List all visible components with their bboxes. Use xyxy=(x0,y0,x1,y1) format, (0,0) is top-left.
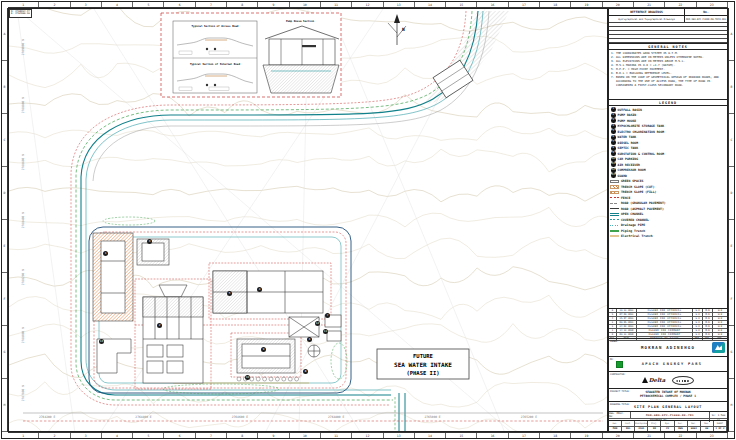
drawing-title-block: DRAWING TITLE: SITE PLAN GENERAL LAYOUT xyxy=(609,401,727,411)
project-title-block: PROJECT TITLE: SEAWATER INTAKE OF MOKRAN… xyxy=(609,388,727,401)
svg-text:FUTURE: FUTURE xyxy=(413,353,433,359)
ruler-cell: 17 xyxy=(509,2,540,7)
document-number-block: DWG. PROJ. NO: MAD-GBA-EPC-P1000-DE-781 … xyxy=(609,411,727,420)
scale-value: SC: 1:500 xyxy=(710,412,727,418)
code-header-cell: Sys. xyxy=(661,421,674,426)
ruler-cell: 4 xyxy=(102,433,133,438)
ruler-cell: 12 xyxy=(352,2,383,7)
ruler-cell: F xyxy=(2,273,7,326)
ruler-cell: 16 xyxy=(477,433,508,438)
northing-label: 2768400 N xyxy=(21,212,29,228)
ruler-cell: 21 xyxy=(634,2,665,7)
svg-text:SEA WATER INTAKE: SEA WATER INTAKE xyxy=(394,361,452,368)
revision-table: 6 13.11.2021 ISSUED FOR APPROVAL S.A M.R… xyxy=(609,308,727,338)
code-header-cell: Ser. xyxy=(688,421,701,426)
delta-logo: Delta xyxy=(642,377,665,383)
ruler-cell: 1 xyxy=(8,2,39,7)
ruler-bottom: 1234567891011121314151617181920212223 xyxy=(8,432,728,438)
document-code-cells: Own.Cont.DisciplineProj.Sys.Doc.Ser.Rev.… xyxy=(609,420,727,431)
site-plan-canvas: Typical Section of Access Road Typical S… xyxy=(9,9,608,432)
legend-swatch-icon xyxy=(610,213,619,216)
ruler-cell: E xyxy=(2,220,7,273)
reference-drawings-table: REFERENCE DRAWINGS No. Hydrographical an… xyxy=(609,9,727,43)
reference-number: MAD-GBA-EPC-P1000-DE-TOPO-001 xyxy=(685,16,727,22)
air-receiver xyxy=(327,331,341,341)
plan-number-tag: 13 xyxy=(99,339,104,344)
code-header-cell: Proj. xyxy=(648,421,661,426)
legend-number-icon: 11 xyxy=(611,162,616,167)
ruler-cell: 11 xyxy=(321,2,352,7)
owner-logo xyxy=(712,342,725,353)
legend-number-icon: 8 xyxy=(611,146,616,151)
legend-swatch-icon xyxy=(610,203,619,204)
detail-inset: Typical Section of Access Road Typical S… xyxy=(161,13,341,97)
legend-number-icon: 12 xyxy=(611,168,616,173)
code-value-cell: 00 xyxy=(701,427,714,432)
coordinate-callout: N: 2768204.47 E: 2764966.16 xyxy=(9,9,32,18)
svg-text:N: N xyxy=(402,27,405,32)
document-number: MAD-GBA-EPC-P1000-DE-781 xyxy=(631,412,710,418)
reference-row: Hydrographical and Topographical Drawing… xyxy=(609,16,727,23)
ruler-cell: G xyxy=(729,326,734,379)
reference-no-header: No. xyxy=(685,9,727,15)
plan-number-tag: 4 xyxy=(257,287,262,292)
plan-number-tag: 10 xyxy=(245,375,250,380)
code-header-cell: Doc. xyxy=(675,421,688,426)
legend-number-icon: 3 xyxy=(611,118,616,123)
plan-number-tag: 12 xyxy=(315,321,320,326)
ruler-cell: A xyxy=(2,8,7,61)
ruler-cell: 18 xyxy=(540,2,571,7)
code-header-cell: Cont. xyxy=(622,421,635,426)
delta-triangle-icon xyxy=(642,377,648,383)
code-value-cell: 1 OF 2 xyxy=(714,427,727,432)
legend-title: LEGEND xyxy=(609,99,727,106)
code-header-cell: Discipline xyxy=(635,421,648,426)
ruler-cell: C xyxy=(729,114,734,167)
legend-number-icon: 10 xyxy=(611,157,616,162)
legend-swatch-icon xyxy=(610,225,619,226)
ruler-cell: E xyxy=(729,220,734,273)
legend-list: 1 OUTFALL BASIN 2 PUMP BASIN 3 PUMP HOUS… xyxy=(609,106,727,239)
contractor-oval-logo xyxy=(672,376,694,385)
ruler-cell: D xyxy=(2,167,7,220)
code-header-cell: Rev. xyxy=(701,421,714,426)
ruler-cell: 12 xyxy=(352,433,383,438)
northing-grid-labels: 2769000 N2768800 N2768600 N2768400 N2768… xyxy=(21,39,29,401)
ruler-cell: 13 xyxy=(384,433,415,438)
ruler-cell: 6 xyxy=(164,2,195,7)
slope-hatch xyxy=(423,11,509,105)
ruler-cell: 5 xyxy=(133,2,164,7)
ruler-cell: B xyxy=(2,61,7,114)
ruler-cell: 7 xyxy=(196,2,227,7)
ruler-cell: 8 xyxy=(227,2,258,7)
ruler-right: ABCDEFGH xyxy=(728,8,734,432)
mc-logo xyxy=(615,360,624,369)
north-arrow-icon: N xyxy=(388,14,406,45)
ruler-cell: 10 xyxy=(290,2,321,7)
legend-number-icon: 9 xyxy=(611,151,616,156)
plan-number-tag: 3 xyxy=(147,239,152,244)
ruler-cell: D xyxy=(729,167,734,220)
owner-name: MOKRAN ADINEHGO xyxy=(641,345,695,350)
ruler-cell: 19 xyxy=(571,433,602,438)
legend-number-icon: 7 xyxy=(611,140,616,145)
code-value-cell: 4101 xyxy=(635,427,648,432)
ruler-cell: 3 xyxy=(71,433,102,438)
ruler-cell: A xyxy=(729,8,734,61)
reference-name: Hydrographical and Topographical Drawing… xyxy=(609,16,685,22)
drawing-sheet: 1234567891011121314151617181920212223 12… xyxy=(0,0,736,440)
ruler-cell: G xyxy=(2,326,7,379)
ruler-cell: 22 xyxy=(665,433,696,438)
plan-number-tag: 9 xyxy=(261,347,266,352)
legend-number-icon: 13 xyxy=(611,173,616,178)
inset-title-pump-section: Pump House Section xyxy=(286,19,315,23)
ruler-cell: 15 xyxy=(446,2,477,7)
buildings xyxy=(93,233,341,383)
easting-label: 2764200 E xyxy=(39,415,55,419)
plan-number-tag: 2 xyxy=(157,323,162,328)
legend-swatch-icon xyxy=(610,185,619,189)
drawing-title: SITE PLAN GENERAL LAYOUT xyxy=(634,405,702,409)
code-value-cell: CV xyxy=(661,427,674,432)
ruler-cell: 20 xyxy=(603,433,634,438)
ruler-cell: B xyxy=(729,61,734,114)
